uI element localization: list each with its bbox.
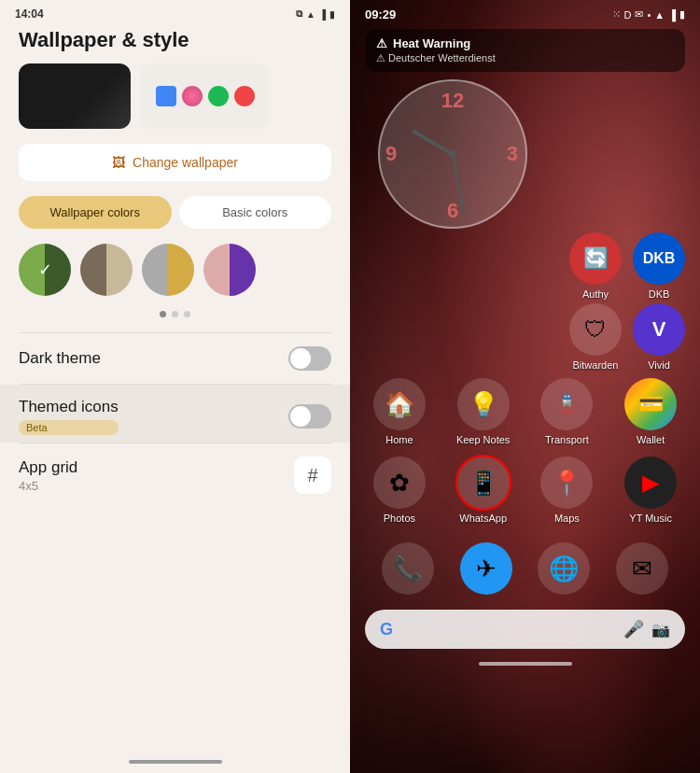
- app-whatsapp[interactable]: 📱 WhatsApp: [445, 457, 522, 524]
- signal-icon-right: D: [624, 9, 632, 21]
- app-dkb[interactable]: DKB DKB: [633, 232, 685, 300]
- dkb-icon: DKB: [633, 232, 685, 285]
- authy-icon: 🔄: [569, 232, 622, 285]
- wallpaper-preview-light[interactable]: [140, 63, 271, 129]
- clock-center: [449, 150, 456, 158]
- grid-icon[interactable]: #: [294, 457, 331, 494]
- bottom-bar-left: [0, 507, 350, 773]
- google-g-logo: G: [380, 620, 393, 639]
- app-transport[interactable]: 🚆 DB Transport: [529, 378, 606, 445]
- notification-bar: ⚠ Heat Warning ⚠ Deutscher Wetterdienst: [365, 29, 685, 72]
- swatch-1[interactable]: ✓: [19, 244, 71, 296]
- toggle-knob: [290, 348, 311, 369]
- wallpaper-preview-dark[interactable]: [19, 63, 131, 129]
- app-bitwarden[interactable]: 🛡 Bitwarden: [569, 303, 622, 371]
- app-phone[interactable]: 📞: [382, 542, 434, 595]
- change-wallpaper-button[interactable]: 🖼 Change wallpaper: [19, 144, 331, 181]
- tab-basic-colors[interactable]: Basic colors: [179, 196, 332, 229]
- search-bar[interactable]: G 🎤 📷: [365, 610, 685, 649]
- maps-icon: 📍: [540, 457, 593, 509]
- app-authy[interactable]: 🔄 Authy: [569, 232, 622, 300]
- dot-3: [184, 311, 190, 317]
- right-panel: 09:29 ⁙ D ✉ • ▲ ▐ ▮ ⚠ Heat Warning ⚠ Deu…: [350, 0, 700, 773]
- wifi-icon-right: ▲: [654, 9, 665, 21]
- app-yt-music[interactable]: ▶ YT Music: [612, 457, 689, 524]
- warning-icon: ⚠: [376, 36, 387, 50]
- themed-icons-group: Themed icons Beta: [19, 398, 119, 435]
- wallet-label: Wallet: [637, 434, 665, 445]
- clock-face: 12 3 6 9: [378, 79, 527, 229]
- authy-label: Authy: [582, 288, 609, 300]
- bottom-app-row: 📞 ✈ 🌐 ✉: [350, 535, 700, 602]
- mini-green-icon: [208, 86, 229, 106]
- dot-icon: •: [647, 9, 651, 21]
- camera-icon[interactable]: 📷: [651, 621, 670, 639]
- phone-icon: 📞: [382, 542, 434, 595]
- home-indicator-right: [350, 656, 700, 669]
- photos-label: Photos: [384, 513, 415, 524]
- dkb-label: DKB: [649, 288, 670, 300]
- app-keep-notes[interactable]: 💡 Keep Notes: [445, 378, 522, 445]
- home-label: Home: [385, 434, 413, 445]
- signal-icon: ▐: [319, 9, 326, 20]
- transport-icon: 🚆 DB: [540, 378, 593, 430]
- transport-label: Transport: [545, 434, 589, 445]
- status-time-left: 14:04: [15, 7, 44, 21]
- change-wallpaper-label: Change wallpaper: [133, 155, 238, 170]
- status-right-icons: ⁙ D ✉ • ▲ ▐ ▮: [612, 8, 686, 21]
- themed-icons-label: Themed icons: [19, 398, 119, 416]
- app-grid-row3: 🏠 Home 💡 Keep Notes 🚆 DB Transport 💳 Wal…: [350, 371, 700, 453]
- app-photos[interactable]: ✿ Photos: [361, 457, 438, 524]
- battery-icon-right: ▮: [679, 8, 685, 21]
- status-bar-left: 14:04 ⧉ ▲ ▐ ▮: [0, 0, 350, 24]
- dark-theme-toggle[interactable]: [288, 346, 331, 371]
- chrome-icon: 🌐: [538, 542, 590, 595]
- color-swatches: ✓: [0, 244, 350, 305]
- page-title: Wallpaper & style: [0, 24, 350, 63]
- status-time-right: 09:29: [365, 7, 396, 21]
- clock-3: 3: [507, 142, 518, 166]
- wifi-icon: ▲: [306, 9, 315, 20]
- clock-6: 6: [447, 199, 458, 223]
- keep-notes-label: Keep Notes: [456, 434, 510, 445]
- vivid-icon: V: [633, 303, 685, 356]
- microphone-icon[interactable]: 🎤: [623, 619, 644, 639]
- app-grid-label: App grid: [19, 458, 77, 477]
- check-icon: ✓: [38, 260, 52, 280]
- app-telegram[interactable]: ✈: [460, 542, 512, 595]
- tab-wallpaper-colors[interactable]: Wallpaper colors: [19, 196, 172, 229]
- status-icons-left: ⧉ ▲ ▐ ▮: [296, 8, 335, 20]
- toggle-knob-2: [290, 406, 311, 427]
- home-indicator-left: [129, 760, 222, 764]
- themed-icons-toggle[interactable]: [288, 404, 331, 429]
- notification-title: ⚠ Heat Warning: [376, 36, 674, 50]
- keep-notes-icon: 💡: [457, 378, 510, 430]
- app-grid-label-group: App grid 4x5: [19, 458, 77, 493]
- swatch-2[interactable]: [80, 244, 133, 296]
- battery-icon: ▮: [329, 9, 335, 20]
- wallet-icon: 💳: [624, 378, 677, 430]
- photos-icon: ✿: [373, 457, 426, 509]
- app-grid-row4: ✿ Photos 📱 WhatsApp 📍 Maps ▶ YT Music: [350, 449, 700, 531]
- hour-hand: [412, 129, 454, 155]
- app-grid-sublabel: 4x5: [19, 479, 77, 493]
- status-bar-right: 09:29 ⁙ D ✉ • ▲ ▐ ▮: [350, 0, 700, 25]
- pagination-dots: [0, 305, 350, 332]
- image-icon: 🖼: [112, 155, 125, 170]
- app-chrome[interactable]: 🌐: [538, 542, 590, 595]
- wallpaper-previews: [0, 63, 350, 144]
- app-maps[interactable]: 📍 Maps: [529, 457, 606, 524]
- app-wallet[interactable]: 💳 Wallet: [612, 378, 689, 445]
- vivid-label: Vivid: [648, 359, 670, 371]
- yt-music-label: YT Music: [629, 513, 672, 524]
- screenshot-icon: ⧉: [296, 8, 302, 20]
- app-vivid[interactable]: V Vivid: [633, 303, 685, 371]
- clock-9: 9: [385, 142, 397, 166]
- swatch-3[interactable]: [142, 244, 194, 296]
- app-gmail[interactable]: ✉: [616, 542, 668, 595]
- swatch-4[interactable]: [203, 244, 256, 296]
- signal-bar-icon: ▐: [668, 9, 676, 21]
- dot-1: [160, 311, 166, 317]
- themed-icons-row: Themed icons Beta: [0, 385, 350, 443]
- app-home[interactable]: 🏠 Home: [361, 378, 438, 445]
